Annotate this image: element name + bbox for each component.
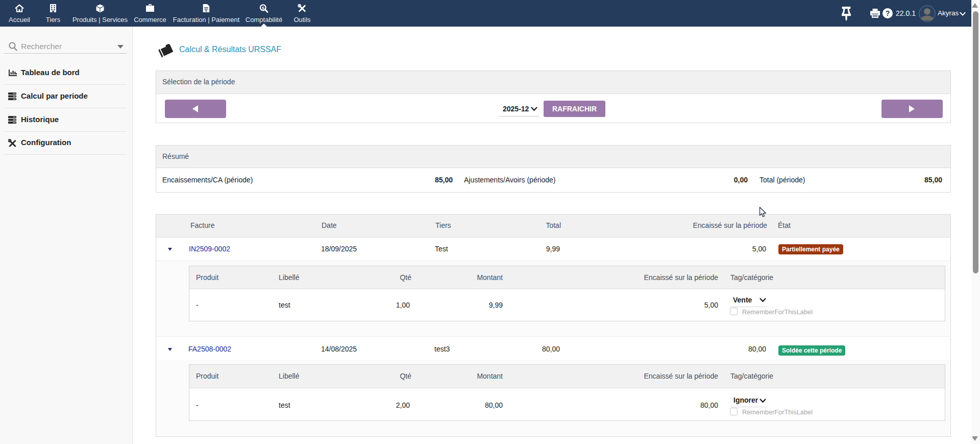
svg-text:?: ? bbox=[886, 9, 890, 17]
svg-text:$: $ bbox=[262, 6, 264, 10]
